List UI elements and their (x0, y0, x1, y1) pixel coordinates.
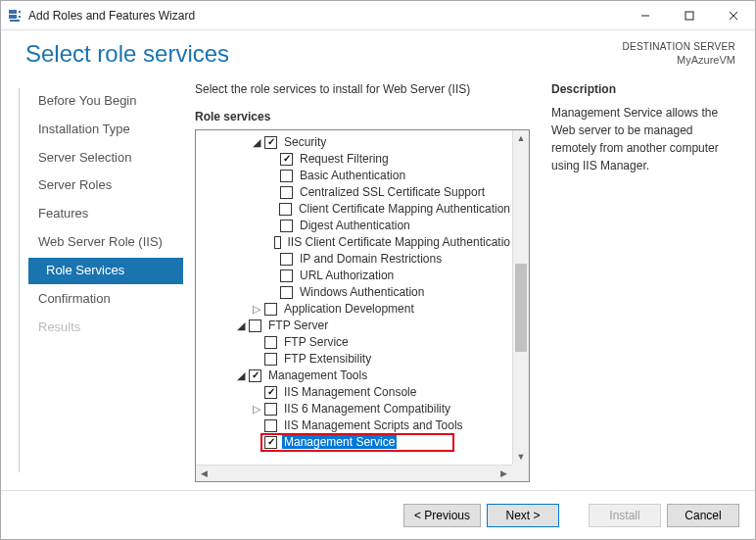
vertical-scrollbar[interactable]: ▲ ▼ (512, 130, 529, 465)
scroll-left-icon[interactable]: ◀ (196, 466, 213, 481)
tree-checkbox[interactable] (280, 170, 293, 182)
scroll-up-icon[interactable]: ▲ (513, 130, 529, 147)
tree-node[interactable]: Basic Authentication (204, 168, 512, 184)
tree-node[interactable]: IIS Client Certificate Mapping Authentic… (204, 234, 512, 251)
tree-checkbox[interactable] (264, 136, 277, 149)
description-text: Management Service allows the Web server… (551, 104, 737, 174)
tree-checkbox[interactable] (280, 220, 293, 232)
tree-node[interactable]: ◢Security (204, 134, 512, 151)
wizard-step[interactable]: Server Roles (28, 172, 183, 199)
tree-label[interactable]: Management Service (282, 435, 397, 449)
wizard-step[interactable]: Installation Type (28, 117, 183, 143)
expand-icon[interactable]: ▷ (251, 303, 262, 316)
tree-label[interactable]: URL Authorization (298, 269, 396, 282)
tree-node[interactable]: Management Service (204, 434, 512, 451)
cancel-button[interactable]: Cancel (667, 504, 739, 527)
horizontal-scrollbar[interactable]: ◀ ▶ (196, 465, 512, 481)
tree-node[interactable]: Client Certificate Mapping Authenticatio… (204, 201, 512, 218)
scroll-right-icon[interactable]: ▶ (496, 466, 512, 481)
tree-checkbox[interactable] (280, 153, 293, 166)
tree-node[interactable]: ◢FTP Server (204, 318, 512, 334)
tree-checkbox[interactable] (264, 386, 277, 399)
tree-checkbox[interactable] (280, 186, 293, 199)
description-heading: Description (551, 82, 737, 96)
page-title: Select role services (25, 40, 622, 69)
tree-checkbox[interactable] (264, 403, 277, 416)
next-button[interactable]: Next > (487, 504, 559, 527)
minimize-button[interactable] (623, 1, 667, 29)
tree-checkbox[interactable] (249, 369, 261, 382)
install-button[interactable]: Install (589, 504, 661, 527)
tree-label[interactable]: Management Tools (266, 368, 369, 382)
tree-checkbox[interactable] (279, 203, 291, 216)
scroll-thumb[interactable] (515, 264, 527, 352)
tree-label[interactable]: Request Filtering (298, 152, 391, 166)
tree-node[interactable]: IP and Domain Restrictions (204, 251, 512, 268)
tree-checkbox[interactable] (280, 253, 293, 266)
tree-checkbox[interactable] (264, 353, 277, 366)
tree-checkbox[interactable] (264, 336, 277, 349)
tree-checkbox[interactable] (280, 270, 293, 282)
tree-checkbox[interactable] (249, 319, 261, 332)
tree-label[interactable]: IIS Management Scripts and Tools (282, 418, 465, 432)
tree-node[interactable]: IIS Management Scripts and Tools (204, 417, 512, 434)
tree-label[interactable]: Application Development (282, 302, 416, 316)
tree-label[interactable]: IIS Management Console (282, 385, 418, 399)
tree-checkbox[interactable] (264, 303, 277, 316)
tree-checkbox[interactable] (274, 236, 281, 249)
collapse-icon[interactable]: ◢ (235, 319, 247, 332)
role-services-label: Role services (195, 110, 530, 123)
wizard-window: Add Roles and Features Wizard Select rol… (0, 0, 756, 540)
wizard-step[interactable]: Before You Begin (28, 88, 183, 115)
tree-label[interactable]: Digest Authentication (298, 219, 412, 232)
collapse-icon[interactable]: ◢ (235, 369, 247, 382)
tree-node[interactable]: Centralized SSL Certificate Support (204, 184, 512, 201)
wizard-step[interactable]: Role Services (28, 258, 183, 284)
wizard-steps: Before You BeginInstallation TypeServer … (19, 82, 183, 482)
wizard-step: Results (28, 315, 183, 341)
tree-label[interactable]: IP and Domain Restrictions (298, 252, 444, 266)
tree-checkbox[interactable] (264, 436, 277, 449)
close-button[interactable] (711, 1, 755, 29)
wizard-step[interactable]: Confirmation (28, 286, 183, 313)
tree-node[interactable]: Digest Authentication (204, 218, 512, 234)
tree-node[interactable]: ▷IIS 6 Management Compatibility (204, 401, 512, 417)
role-services-tree[interactable]: ◢SecurityRequest FilteringBasic Authenti… (196, 130, 512, 465)
scroll-corner (512, 465, 529, 481)
maximize-button[interactable] (667, 1, 711, 29)
tree-node[interactable]: ▷Application Development (204, 301, 512, 318)
previous-button[interactable]: < Previous (403, 504, 481, 527)
tree-node[interactable]: IIS Management Console (204, 384, 512, 401)
tree-node[interactable]: FTP Extensibility (204, 351, 512, 368)
wizard-step[interactable]: Web Server Role (IIS) (28, 229, 183, 256)
tree-node[interactable]: URL Authorization (204, 268, 512, 284)
tree-label[interactable]: IIS Client Certificate Mapping Authentic… (286, 235, 512, 249)
titlebar[interactable]: Add Roles and Features Wizard (1, 1, 755, 30)
tree-label[interactable]: Security (282, 135, 328, 149)
tree-label[interactable]: Windows Authentication (298, 285, 426, 299)
wizard-step[interactable]: Features (28, 201, 183, 227)
instruction-text: Select the role services to install for … (195, 82, 530, 96)
app-icon (7, 8, 23, 24)
tree-label[interactable]: Client Certificate Mapping Authenticatio… (297, 202, 512, 216)
wizard-step[interactable]: Server Selection (28, 145, 183, 172)
header: Select role services DESTINATION SERVER … (1, 30, 755, 71)
expand-icon[interactable]: ▷ (251, 403, 262, 416)
footer: < Previous Next > Install Cancel (1, 490, 755, 539)
tree-checkbox[interactable] (280, 286, 293, 299)
tree-node[interactable]: ◢Management Tools (204, 368, 512, 384)
tree-label[interactable]: FTP Server (266, 319, 330, 332)
scroll-down-icon[interactable]: ▼ (513, 448, 529, 465)
tree-node[interactable]: Windows Authentication (204, 284, 512, 301)
tree-node[interactable]: FTP Service (204, 334, 512, 351)
tree-label[interactable]: FTP Extensibility (282, 352, 373, 366)
tree-node[interactable]: Request Filtering (204, 151, 512, 168)
tree-label[interactable]: Centralized SSL Certificate Support (298, 185, 487, 199)
window-title: Add Roles and Features Wizard (28, 9, 195, 23)
destination-server: DESTINATION SERVER MyAzureVM (622, 40, 735, 67)
tree-label[interactable]: IIS 6 Management Compatibility (282, 402, 452, 416)
collapse-icon[interactable]: ◢ (251, 136, 262, 149)
tree-label[interactable]: FTP Service (282, 335, 351, 349)
tree-checkbox[interactable] (264, 419, 277, 432)
tree-label[interactable]: Basic Authentication (298, 169, 407, 182)
